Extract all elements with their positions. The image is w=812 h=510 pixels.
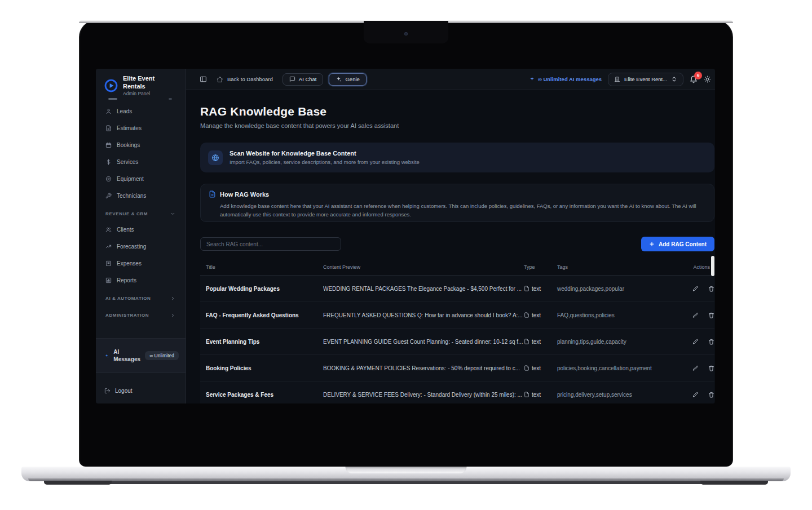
banner-subtitle: Import FAQs, policies, service descripti…: [230, 159, 420, 165]
organization-selector[interactable]: Elite Event Rent...: [608, 73, 683, 86]
chevron-right-icon: [170, 296, 175, 301]
row-preview: EVENT PLANNING GUIDE Guest Count Plannin…: [323, 339, 524, 345]
sidebar-item-label: Reports: [117, 277, 136, 283]
main-content: RAG Knowledge Base Manage the knowledge …: [186, 90, 715, 403]
theme-toggle-icon[interactable]: [704, 76, 711, 83]
scrollbar-thumb[interactable]: [711, 256, 714, 276]
stage: Elite Event Rentals Admin Panel Leads Es…: [0, 0, 812, 510]
clipped-dash: [108, 98, 117, 100]
row-preview: WEDDING RENTAL PACKAGES The Elegance Pac…: [323, 286, 524, 292]
row-actions: [692, 286, 715, 292]
col-header-preview: Content Preview: [323, 264, 524, 270]
notifications-button[interactable]: 6: [690, 76, 698, 83]
sidebar-item-equipment[interactable]: Equipment: [96, 170, 186, 187]
laptop-foot-right: [700, 481, 768, 485]
building-icon: [614, 76, 620, 82]
sidebar-item-technicians[interactable]: Technicians: [96, 187, 186, 204]
wrench-icon: [105, 193, 112, 199]
sidebar-item-label: Services: [117, 159, 138, 165]
edit-pencil-icon[interactable]: [692, 392, 699, 398]
scan-website-banner[interactable]: Scan Website for Knowledge Base Content …: [200, 143, 714, 172]
edit-pencil-icon[interactable]: [692, 339, 699, 345]
sidebar-item-label: Clients: [117, 227, 134, 233]
table-row[interactable]: Popular Wedding Packages WEDDING RENTAL …: [200, 276, 714, 302]
back-to-dashboard-link[interactable]: Back to Dashboard: [217, 76, 273, 83]
edit-pencil-icon[interactable]: [692, 365, 699, 371]
banner-text: Scan Website for Knowledge Base Content …: [230, 150, 420, 165]
ai-chat-button[interactable]: AI Chat: [283, 73, 324, 86]
file-text-icon: [524, 392, 529, 397]
receipt-icon: [105, 260, 112, 267]
row-preview: BOOKING & PAYMENT POLICIES Reservations:…: [323, 365, 524, 371]
row-type-label: text: [532, 286, 541, 292]
row-title: Service Packages & Fees: [200, 392, 323, 398]
trash-icon[interactable]: [708, 392, 714, 398]
edit-pencil-icon[interactable]: [692, 286, 699, 292]
row-actions: [692, 392, 715, 398]
row-type: text: [524, 312, 557, 318]
table-row[interactable]: Event Planning Tips EVENT PLANNING GUIDE…: [200, 329, 714, 355]
notification-count-badge: 6: [694, 72, 702, 79]
table-row[interactable]: FAQ - Frequently Asked Questions FREQUEN…: [200, 302, 714, 329]
sidebar-item-expenses[interactable]: Expenses: [96, 255, 186, 272]
sidebar-item-forecasting[interactable]: Forecasting: [96, 238, 186, 255]
table-row[interactable]: Booking Policies BOOKING & PAYMENT POLIC…: [200, 355, 714, 382]
add-rag-content-button[interactable]: Add RAG Content: [641, 237, 714, 251]
sidebar-item-services[interactable]: Services: [96, 153, 186, 170]
toolbar: Add RAG Content: [200, 237, 714, 251]
unlimited-badge: ∞ Unlimited: [145, 351, 179, 360]
organization-label: Elite Event Rent...: [624, 76, 667, 82]
sidebar-item-bookings[interactable]: Bookings: [96, 136, 186, 153]
row-tags: pricing,delivery,setup,services: [557, 392, 692, 398]
clipped-chevron: [169, 98, 172, 100]
users-icon: [105, 227, 112, 233]
unlimited-label: ∞ Unlimited AI messages: [538, 76, 602, 82]
sidebar-item-leads[interactable]: Leads: [96, 103, 186, 119]
sidebar-item-label: Bookings: [117, 142, 140, 148]
table-row[interactable]: Service Packages & Fees DELIVERY & SERVI…: [200, 382, 714, 403]
sidebar-item-label: Technicians: [117, 193, 146, 199]
brand-text: Elite Event Rentals Admin Panel: [123, 75, 179, 96]
sidebar-section-revenue-crm[interactable]: REVENUE & CRM: [96, 207, 186, 221]
trending-up-icon: [105, 243, 112, 250]
row-type-label: text: [532, 392, 541, 398]
row-type: text: [524, 286, 557, 292]
trash-icon[interactable]: [708, 339, 714, 345]
laptop-notch: [364, 21, 448, 43]
sidebar-item-reports[interactable]: Reports: [96, 272, 186, 289]
laptop-lid-scoop: [346, 467, 467, 473]
banner-title: Scan Website for Knowledge Base Content: [230, 150, 420, 157]
sidebar-item-label: Expenses: [117, 260, 142, 267]
row-preview: DELIVERY & SERVICE FEES Delivery: - Stan…: [323, 392, 524, 398]
bar-chart-icon: [105, 277, 112, 283]
disc-icon: [105, 176, 112, 182]
file-text-icon: [524, 339, 529, 344]
logout-label: Logout: [115, 388, 133, 394]
trash-icon[interactable]: [708, 365, 714, 371]
genie-button[interactable]: Genie: [329, 73, 366, 86]
ai-messages-panel: AI Messages ∞ Unlimited: [96, 338, 186, 373]
edit-pencil-icon[interactable]: [692, 312, 699, 318]
topbar: Back to Dashboard AI Chat Genie ∞ Unlimi…: [186, 69, 715, 90]
brand-name: Elite Event Rentals: [123, 75, 179, 91]
sidebar-section-administration[interactable]: ADMINISTRATION: [96, 308, 186, 322]
sidebar-item-clients[interactable]: Clients: [96, 221, 186, 238]
row-title: Popular Wedding Packages: [200, 286, 323, 292]
trash-icon[interactable]: [708, 312, 714, 318]
genie-label: Genie: [345, 76, 359, 82]
trash-icon[interactable]: [708, 286, 714, 292]
col-header-type: Type: [524, 264, 557, 270]
sidebar-section-ai-automation[interactable]: AI & AUTOMATION: [96, 291, 186, 305]
laptop-foot-left: [44, 481, 112, 485]
laptop-base: [21, 467, 791, 481]
infocard-title: How RAG Works: [220, 191, 269, 198]
search-input[interactable]: [200, 237, 341, 251]
row-actions: [692, 312, 715, 318]
chat-bubble-icon: [289, 76, 295, 82]
sidebar-logout-button[interactable]: Logout: [96, 382, 186, 399]
file-text-icon: [524, 312, 529, 318]
section-label: ADMINISTRATION: [105, 313, 149, 318]
sidebar-item-estimates[interactable]: Estimates: [96, 119, 186, 136]
sidebar-toggle-icon[interactable]: [200, 76, 207, 83]
sidebar-clipped-section: [96, 95, 186, 103]
